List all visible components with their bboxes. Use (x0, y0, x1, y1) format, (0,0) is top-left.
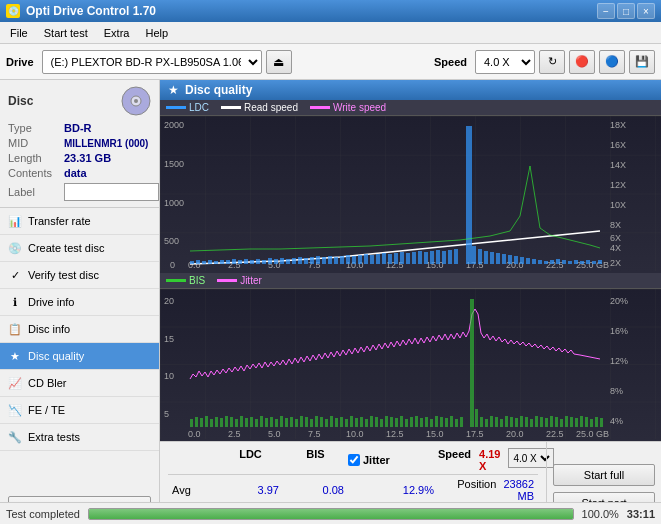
start-full-button[interactable]: Start full (553, 464, 655, 486)
svg-rect-85 (532, 259, 536, 264)
verify-test-disc-icon: ✓ (8, 268, 22, 282)
nav-drive-info[interactable]: ℹ Drive info (0, 289, 159, 316)
jitter-legend-label: Jitter (240, 275, 262, 286)
sidebar-nav: 📊 Transfer rate 💿 Create test disc ✓ Ver… (0, 208, 159, 490)
menu-start-test[interactable]: Start test (38, 25, 94, 41)
status-bar: Test completed 100.0% 33:11 (0, 502, 661, 524)
svg-rect-146 (330, 416, 333, 427)
title-bar: 💿 Opti Drive Control 1.70 − □ × (0, 0, 661, 22)
drive-label: Drive (6, 56, 34, 68)
svg-rect-166 (430, 419, 433, 427)
svg-rect-47 (298, 257, 302, 264)
svg-text:7.5: 7.5 (308, 429, 321, 439)
speed-label: Speed (434, 56, 467, 68)
svg-rect-168 (440, 417, 443, 427)
speed-dropdown[interactable]: 4.0 X (475, 50, 535, 74)
svg-text:18X: 18X (610, 120, 626, 130)
nav-create-test-disc[interactable]: 💿 Create test disc (0, 235, 159, 262)
bis-header: BIS (283, 448, 348, 472)
svg-rect-154 (370, 416, 373, 427)
svg-point-2 (134, 99, 138, 103)
nav-cd-bler[interactable]: 📈 CD Bler (0, 370, 159, 397)
nav-drive-info-label: Drive info (28, 296, 74, 308)
settings-button[interactable]: 🔴 (569, 50, 595, 74)
svg-rect-42 (268, 258, 272, 264)
svg-rect-80 (502, 254, 506, 264)
avg-jitter: 12.9% (348, 484, 438, 496)
nav-extra-tests[interactable]: 🔧 Extra tests (0, 424, 159, 451)
svg-rect-78 (490, 252, 494, 264)
svg-rect-184 (525, 417, 528, 427)
nav-disc-info[interactable]: 📋 Disc info (0, 316, 159, 343)
nav-fe-te[interactable]: 📉 FE / TE (0, 397, 159, 424)
svg-text:16%: 16% (610, 326, 628, 336)
cd-bler-icon: 📈 (8, 376, 22, 390)
svg-rect-199 (600, 418, 603, 427)
menu-help[interactable]: Help (139, 25, 174, 41)
svg-rect-149 (345, 419, 348, 427)
svg-text:2000: 2000 (164, 120, 184, 130)
stats-avg-row: Avg 3.97 0.08 12.9% Position 23862 MB (168, 477, 538, 503)
svg-rect-198 (595, 417, 598, 427)
svg-rect-178 (495, 417, 498, 427)
menu-file[interactable]: File (4, 25, 34, 41)
svg-text:5.0: 5.0 (268, 429, 281, 439)
svg-text:1500: 1500 (164, 159, 184, 169)
nav-transfer-rate[interactable]: 📊 Transfer rate (0, 208, 159, 235)
svg-rect-91 (568, 261, 572, 264)
length-value: 23.31 GB (64, 152, 111, 164)
close-button[interactable]: × (637, 3, 655, 19)
label-input[interactable] (64, 183, 159, 201)
svg-rect-191 (560, 419, 563, 427)
svg-rect-44 (280, 258, 284, 264)
position-label: Position (457, 478, 496, 490)
svg-text:15.0: 15.0 (426, 429, 444, 439)
label-label: Label (8, 186, 60, 198)
svg-text:6X: 6X (610, 233, 621, 243)
info-button[interactable]: 🔵 (599, 50, 625, 74)
top-chart: LDC Read speed Write speed (160, 100, 661, 273)
eject-button[interactable]: ⏏ (266, 50, 292, 74)
svg-rect-61 (382, 253, 386, 264)
svg-rect-29 (190, 261, 194, 264)
minimize-button[interactable]: − (597, 3, 615, 19)
svg-text:4X: 4X (610, 243, 621, 253)
svg-text:20%: 20% (610, 296, 628, 306)
status-text: Test completed (6, 508, 80, 520)
svg-rect-75 (472, 246, 476, 264)
nav-verify-test-disc[interactable]: ✓ Verify test disc (0, 262, 159, 289)
nav-disc-quality[interactable]: ★ Disc quality (0, 343, 159, 370)
svg-text:8%: 8% (610, 386, 623, 396)
write-speed-legend-label: Write speed (333, 102, 386, 113)
refresh-button[interactable]: ↻ (539, 50, 565, 74)
ldc-legend-color (166, 106, 186, 109)
svg-rect-89 (556, 259, 560, 264)
svg-rect-48 (304, 258, 308, 264)
maximize-button[interactable]: □ (617, 3, 635, 19)
svg-rect-195 (580, 416, 583, 427)
svg-rect-155 (375, 417, 378, 427)
svg-rect-188 (545, 418, 548, 427)
disc-panel: Disc Type BD-R MID MILLENMR1 (000) (0, 80, 159, 208)
svg-text:12X: 12X (610, 180, 626, 190)
svg-rect-54 (340, 256, 344, 264)
svg-text:25.0 GB: 25.0 GB (576, 429, 609, 439)
contents-label: Contents (8, 167, 60, 179)
nav-transfer-rate-label: Transfer rate (28, 215, 91, 227)
svg-rect-3 (160, 116, 661, 271)
svg-rect-41 (262, 260, 266, 264)
content-header: ★ Disc quality (160, 80, 661, 100)
position-value: 23862 MB (503, 478, 534, 502)
svg-rect-62 (388, 254, 392, 264)
menu-extra[interactable]: Extra (98, 25, 136, 41)
svg-rect-60 (376, 254, 380, 264)
drive-select-group: (E:) PLEXTOR BD-R PX-LB950SA 1.06 ⏏ (42, 50, 426, 74)
drive-dropdown[interactable]: (E:) PLEXTOR BD-R PX-LB950SA 1.06 (42, 50, 262, 74)
svg-rect-39 (250, 260, 254, 264)
svg-rect-190 (555, 417, 558, 427)
jitter-checkbox[interactable] (348, 454, 360, 466)
disc-icon (121, 86, 151, 116)
svg-rect-94 (586, 260, 590, 264)
svg-rect-132 (260, 416, 263, 427)
save-button[interactable]: 💾 (629, 50, 655, 74)
